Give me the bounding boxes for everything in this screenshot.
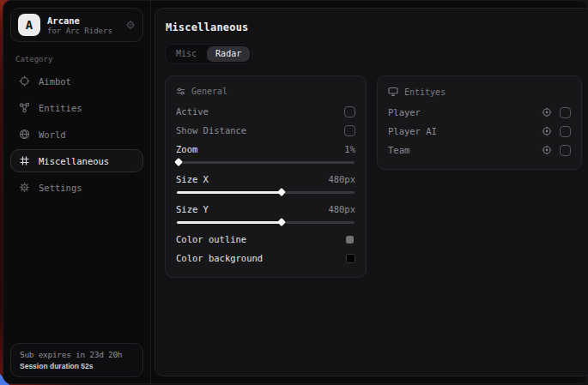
player-ai-gear-icon[interactable] (542, 126, 552, 136)
main-area: Miscellaneous Misc Radar Gene (151, 1, 588, 383)
active-row: Active (176, 102, 355, 121)
zoom-slider-thumb[interactable] (174, 158, 183, 166)
size-y-slider[interactable] (177, 219, 355, 226)
card-title: Entityes (404, 87, 446, 97)
grid-icon (19, 155, 30, 166)
size-x-value: 480px (328, 174, 355, 184)
card-title: General (191, 87, 227, 96)
monitor-icon (388, 87, 398, 97)
sidebar-item-miscellaneous[interactable]: Miscellaneous (10, 149, 143, 172)
active-label: Active (176, 106, 209, 117)
sidebar-item-entities[interactable]: Entities (10, 96, 143, 119)
subscription-info-box: Sub expires in 23d 20h Session duration … (10, 343, 143, 377)
color-background-row: Color background (176, 249, 355, 268)
profile-card: A Arcane for Arc Riders (10, 8, 143, 42)
show-distance-checkbox[interactable] (344, 125, 355, 136)
zoom-label: Zoom (176, 144, 197, 154)
sidebar-item-label: Settings (39, 183, 82, 193)
sub-expires-text: Sub expires in 23d 20h (20, 350, 134, 359)
show-distance-label: Show Distance (176, 125, 246, 135)
session-duration-text: Session duration 52s (20, 362, 134, 370)
page-title: Miscellaneous (166, 21, 582, 33)
sidebar-item-world[interactable]: World (10, 123, 143, 146)
category-label: Category (15, 55, 138, 63)
size-y-slider-thumb[interactable] (277, 218, 286, 226)
crosshair-icon (19, 75, 30, 87)
size-x-slider-thumb[interactable] (277, 188, 286, 196)
size-y-row: Size Y 480px (176, 200, 355, 219)
app-logo: A (18, 14, 40, 36)
sidebar-item-label: Aimbot (39, 76, 71, 87)
player-label: Player (388, 107, 421, 117)
show-distance-row: Show Distance (176, 121, 355, 140)
entities-card: Entityes Player (377, 75, 582, 170)
color-outline-label: Color outline (176, 234, 246, 244)
main-panel: Miscellaneous Misc Radar Gene (155, 8, 588, 376)
gear-icon (19, 182, 30, 193)
sidebar-item-label: Entities (39, 103, 82, 113)
globe-icon (19, 129, 30, 140)
app-title: Arcane (47, 15, 112, 26)
sidebar-item-label: Miscellaneous (39, 156, 109, 166)
player-checkbox[interactable] (560, 107, 571, 118)
size-y-label: Size Y (176, 204, 209, 214)
app-window: A Arcane for Arc Riders Category Aimbot (3, 0, 588, 384)
size-x-row: Size X 480px (176, 170, 355, 189)
zoom-row: Zoom 1% (176, 140, 355, 159)
active-checkbox[interactable] (344, 106, 355, 117)
sidebar: A Arcane for Arc Riders Category Aimbot (3, 1, 151, 383)
team-checkbox[interactable] (560, 145, 571, 156)
sidebar-item-label: World (39, 129, 66, 140)
tab-group: Misc Radar (165, 44, 252, 64)
player-ai-label: Player AI (388, 126, 437, 136)
size-x-slider[interactable] (177, 189, 355, 196)
player-ai-checkbox[interactable] (560, 126, 571, 137)
size-y-value: 480px (328, 204, 355, 214)
zoom-value: 1% (344, 144, 355, 154)
player-ai-row: Player AI (388, 122, 571, 141)
player-gear-icon[interactable] (542, 107, 552, 117)
nodes-icon (19, 102, 30, 113)
color-outline-row: Color outline (176, 230, 355, 249)
player-row: Player (388, 103, 571, 122)
color-background-label: Color background (176, 253, 263, 263)
team-gear-icon[interactable] (542, 145, 552, 155)
team-row: Team (388, 141, 571, 159)
tab-misc[interactable]: Misc (167, 46, 205, 62)
sidebar-item-aimbot[interactable]: Aimbot (10, 69, 143, 93)
tab-radar[interactable]: Radar (207, 46, 250, 62)
app-subtitle: for Arc Riders (47, 27, 112, 35)
sidebar-item-settings[interactable]: Settings (10, 176, 143, 199)
zoom-slider[interactable] (177, 159, 355, 166)
profile-gear-icon[interactable] (125, 20, 136, 30)
size-x-label: Size X (176, 174, 209, 184)
team-label: Team (388, 145, 409, 155)
color-outline-swatch[interactable] (346, 236, 354, 244)
color-background-swatch[interactable] (346, 254, 355, 263)
general-card: General Active Show Distance Zoom 1% (165, 75, 367, 278)
sliders-icon (176, 87, 185, 96)
